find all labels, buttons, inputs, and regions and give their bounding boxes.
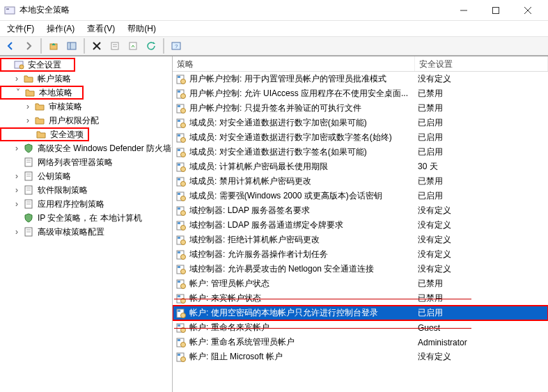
policy-row[interactable]: 帐户: 阻止 Microsoft 帐户没有定义	[173, 350, 548, 364]
policy-row[interactable]: 域成员: 对安全通道数据进行数字加密(如果可能)已启用	[173, 116, 548, 130]
twisty-icon[interactable]: ›	[13, 171, 21, 181]
policy-name: 域控制器: LDAP 服务器通道绑定令牌要求	[189, 219, 418, 231]
policy-setting: 已启用	[418, 146, 548, 158]
close-button[interactable]	[512, 0, 544, 21]
svg-rect-38	[178, 91, 180, 93]
policy-row[interactable]: 用户帐户控制: 允许 UIAccess 应用程序在不使用安全桌面...已禁用	[173, 86, 548, 101]
tree-item[interactable]: ›高级安全 Windows Defender 防火墙	[0, 141, 172, 155]
policy-setting: 已禁用	[418, 102, 548, 114]
page-icon	[23, 198, 34, 210]
policy-row[interactable]: 域控制器: 允许服务器操作者计划任务没有定义	[173, 247, 548, 262]
tree-item[interactable]: ›应用程序控制策略	[0, 197, 172, 211]
policy-list[interactable]: 用户帐户控制: 用于内置管理员帐户的管理员批准模式没有定义用户帐户控制: 允许 …	[173, 72, 548, 392]
policy-name: 帐户: 重命名来宾帐户	[189, 322, 418, 334]
svg-point-81	[181, 298, 186, 303]
twisty-icon[interactable]: ›	[13, 185, 21, 195]
svg-rect-68	[178, 237, 180, 239]
app-icon	[4, 5, 15, 16]
policy-row[interactable]: 域控制器: 允许易受攻击的 Netlogon 安全通道连接没有定义	[173, 262, 548, 276]
policy-icon	[175, 191, 187, 202]
policy-name: 帐户: 来宾帐户状态	[189, 292, 418, 304]
properties-button[interactable]	[107, 38, 123, 54]
svg-rect-86	[178, 324, 180, 327]
twisty-icon[interactable]: ›	[13, 227, 21, 237]
tree-item[interactable]: ›审核策略	[0, 100, 172, 113]
policy-row[interactable]: 域成员: 计算机帐户密码最长使用期限30 天	[173, 159, 548, 174]
menubar: 文件(F) 操作(A) 查看(V) 帮助(H)	[0, 21, 548, 36]
menu-help[interactable]: 帮助(H)	[125, 22, 159, 36]
twisty-icon[interactable]: ˅	[14, 88, 22, 97]
maximize-button[interactable]	[480, 0, 512, 21]
policy-row[interactable]: 域成员: 禁用计算机帐户密码更改已禁用	[173, 174, 548, 189]
show-hide-tree-button[interactable]	[64, 38, 79, 54]
policy-name: 域控制器: 允许易受攻击的 Netlogon 安全通道连接	[189, 263, 418, 275]
policy-row[interactable]: 帐户: 管理员帐户状态已禁用	[173, 276, 548, 291]
policy-name: 域成员: 计算机帐户密码最长使用期限	[189, 161, 418, 173]
policy-row[interactable]: 域成员: 需要强(Windows 2000 或更高版本)会话密钥已启用	[173, 189, 548, 203]
tree-item[interactable]: ›高级审核策略配置	[0, 225, 172, 239]
policy-setting: 没有定义	[418, 351, 548, 363]
export-button[interactable]	[125, 38, 141, 54]
svg-rect-11	[111, 42, 118, 49]
page-icon	[23, 157, 34, 168]
forward-button[interactable]	[21, 38, 36, 54]
policy-setting: 已启用	[418, 117, 548, 129]
svg-rect-62	[178, 207, 180, 210]
policy-icon	[175, 235, 187, 246]
tree-item[interactable]: IP 安全策略，在 本地计算机	[0, 211, 172, 225]
tree-label: IP 安全策略，在 本地计算机	[36, 212, 143, 224]
policy-row[interactable]: 域成员: 对安全通道数据进行数字签名(如果可能)已启用	[173, 145, 548, 159]
minimize-button[interactable]	[448, 0, 480, 21]
tree-root[interactable]: 安全设置	[0, 58, 75, 72]
menu-file[interactable]: 文件(F)	[4, 22, 37, 36]
twisty-icon[interactable]: ›	[24, 102, 32, 111]
menu-view[interactable]: 查看(V)	[84, 22, 118, 36]
folder-icon	[23, 73, 34, 84]
tree-item[interactable]: 网络列表管理器策略	[0, 155, 172, 169]
svg-point-66	[181, 225, 186, 230]
policy-setting: 已启用	[418, 190, 548, 202]
policy-name: 域成员: 禁用计算机帐户密码更改	[189, 175, 418, 187]
folder-icon	[34, 115, 45, 126]
tree-item[interactable]: ›软件限制策略	[0, 183, 172, 197]
policy-icon	[175, 264, 187, 275]
tree-item[interactable]: ›用户权限分配	[0, 113, 172, 127]
svg-rect-50	[178, 149, 180, 151]
policy-row[interactable]: 域成员: 对安全通道数据进行数字加密或数字签名(始终)已启用	[173, 130, 548, 145]
svg-point-78	[181, 283, 186, 288]
back-button[interactable]	[3, 38, 18, 54]
menu-action[interactable]: 操作(A)	[44, 22, 77, 36]
twisty-icon[interactable]: ›	[13, 74, 21, 84]
help-button[interactable]: ?	[169, 38, 184, 54]
tree-item[interactable]: ›帐户策略	[0, 72, 172, 86]
policy-row[interactable]: 帐户: 重命名系统管理员帐户Administrator	[173, 335, 548, 350]
policy-row[interactable]: 域控制器: 拒绝计算机帐户密码更改没有定义	[173, 233, 548, 247]
security-settings-icon	[13, 59, 24, 70]
up-button[interactable]	[46, 38, 61, 54]
policy-row[interactable]: 帐户: 重命名来宾帐户Guest	[173, 320, 548, 335]
tree-item[interactable]: 安全选项	[0, 127, 89, 141]
delete-button[interactable]	[89, 38, 104, 54]
tree-label: 公钥策略	[36, 171, 72, 182]
policy-row[interactable]: 帐户: 使用空密码的本地帐户只允许进行控制台登录已启用	[173, 306, 548, 320]
svg-rect-0	[5, 7, 15, 14]
twisty-icon[interactable]: ›	[13, 143, 21, 153]
policy-row[interactable]: 用户帐户控制: 用于内置管理员帐户的管理员批准模式没有定义	[173, 72, 548, 86]
policy-row[interactable]: 帐户: 来宾帐户状态已禁用	[173, 291, 548, 306]
policy-name: 帐户: 使用空密码的本地帐户只允许进行控制台登录	[189, 307, 418, 319]
column-setting[interactable]: 安全设置	[415, 56, 548, 71]
refresh-button[interactable]	[143, 38, 159, 54]
tree-item[interactable]: ˅本地策略	[0, 86, 84, 100]
policy-icon	[175, 293, 187, 304]
tree-pane[interactable]: 安全设置 ›帐户策略˅本地策略›审核策略›用户权限分配安全选项›高级安全 Win…	[0, 56, 173, 392]
policy-row[interactable]: 域控制器: LDAP 服务器通道绑定令牌要求没有定义	[173, 218, 548, 233]
policy-name: 域控制器: 允许服务器操作者计划任务	[189, 249, 418, 260]
twisty-icon[interactable]: ›	[24, 116, 32, 125]
policy-row[interactable]: 用户帐户控制: 只提升签名并验证的可执行文件已禁用	[173, 101, 548, 116]
tree-item[interactable]: ›公钥策略	[0, 169, 172, 183]
svg-rect-44	[178, 120, 180, 122]
twisty-icon[interactable]: ›	[13, 199, 21, 209]
column-policy[interactable]: 策略	[173, 56, 415, 71]
svg-point-39	[181, 93, 186, 98]
policy-row[interactable]: 域控制器: LDAP 服务器签名要求没有定义	[173, 203, 548, 218]
